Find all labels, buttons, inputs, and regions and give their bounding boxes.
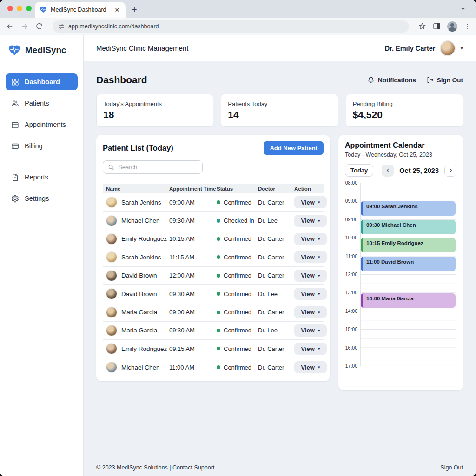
patient-name-cell: Maria Garcia bbox=[106, 325, 169, 336]
patient-search[interactable] bbox=[103, 160, 203, 174]
url-text: app.medisyncclinic.com/dashboard bbox=[68, 23, 159, 30]
signout-button[interactable]: Sign Out bbox=[426, 76, 463, 84]
footer-signout-link[interactable]: Sign Out bbox=[440, 464, 463, 471]
close-window-button[interactable] bbox=[7, 6, 13, 11]
view-dropdown-button[interactable]: View ▾ bbox=[294, 343, 327, 355]
tab-close-icon[interactable]: ✕ bbox=[113, 7, 121, 13]
browser-tab[interactable]: MediSync Dashboard ✕ bbox=[35, 2, 126, 18]
view-dropdown-button[interactable]: View ▾ bbox=[294, 196, 327, 208]
stat-label: Patients Today bbox=[228, 100, 331, 107]
app-logo: MediSync bbox=[6, 44, 78, 57]
doctor-cell: Dr. Carter bbox=[258, 345, 294, 352]
doctor-cell: Dr. Lee bbox=[258, 291, 294, 298]
column-doctor: Doctor bbox=[258, 186, 294, 192]
calendar-event[interactable]: 09:00 Sarah Jenkins bbox=[361, 201, 456, 216]
view-label: View bbox=[301, 272, 315, 279]
view-dropdown-button[interactable]: View ▾ bbox=[294, 215, 327, 227]
view-chevron-down-icon: ▾ bbox=[318, 255, 320, 259]
sidebar-item[interactable]: Dashboard bbox=[6, 73, 78, 90]
sidebar-item-icon bbox=[11, 99, 19, 107]
browser-toolbar: app.medisyncclinic.com/dashboard bbox=[0, 18, 476, 35]
patient-name: Maria Garcia bbox=[121, 309, 157, 316]
brand-name: MediSync bbox=[25, 45, 66, 55]
calendar-prev-button[interactable] bbox=[382, 165, 394, 177]
view-dropdown-button[interactable]: View ▾ bbox=[294, 233, 327, 245]
appointment-time-cell: 10:15 AM bbox=[169, 235, 217, 242]
view-chevron-down-icon: ▾ bbox=[318, 218, 320, 223]
forward-icon[interactable] bbox=[20, 22, 29, 31]
sidebar-item[interactable]: Patients bbox=[6, 95, 78, 112]
user-avatar bbox=[440, 40, 456, 56]
table-row: David Brown 12:00 AM Confirmed Dr. Carte… bbox=[103, 267, 324, 285]
appointment-time-cell: 09:30 AM bbox=[169, 327, 217, 334]
calendar-next-button[interactable] bbox=[444, 165, 456, 177]
view-label: View bbox=[301, 364, 315, 371]
calendar-event[interactable]: 11:00 David Brown bbox=[361, 257, 456, 271]
browser-menu-kebab-icon[interactable] bbox=[464, 23, 470, 30]
calendar-event[interactable]: 10:15 Emily Rodriguez bbox=[361, 238, 456, 252]
sidebar-item-icon bbox=[11, 173, 19, 181]
view-dropdown-button[interactable]: View ▾ bbox=[294, 306, 327, 318]
site-settings-icon[interactable] bbox=[58, 23, 65, 30]
calendar-today-button[interactable]: Today bbox=[345, 164, 373, 177]
maximize-window-button[interactable] bbox=[26, 6, 32, 11]
sidebar-item-label: Patients bbox=[25, 99, 49, 107]
url-bar[interactable]: app.medisyncclinic.com/dashboard bbox=[53, 20, 409, 33]
minimize-window-button[interactable] bbox=[17, 6, 22, 11]
view-dropdown-button[interactable]: View ▾ bbox=[294, 251, 327, 263]
calendar-title: Appointment Calendar bbox=[345, 141, 456, 150]
sidebar-item[interactable]: Reports bbox=[6, 169, 78, 185]
table-row: David Brown 09:30 AM Confirmed Dr. Lee V… bbox=[103, 285, 324, 303]
sidebar-divider bbox=[7, 161, 77, 161]
bookmark-star-icon[interactable] bbox=[418, 22, 426, 30]
new-tab-button[interactable]: + bbox=[132, 6, 137, 14]
patient-avatar bbox=[106, 233, 117, 245]
sidebar-item[interactable]: Settings bbox=[6, 190, 78, 207]
side-panel-icon[interactable] bbox=[433, 22, 441, 30]
patient-name-cell: Sarah Jenkins bbox=[106, 197, 169, 208]
user-menu[interactable]: Dr. Emily Carter ▾ bbox=[385, 40, 463, 56]
table-row: Sarah Jenkins 09:00 AM Confirmed Dr. Car… bbox=[103, 193, 324, 212]
table-row: Michael Chen 11:00 AM Confirmed Dr. Cart… bbox=[103, 358, 324, 377]
patient-name-cell: Sarah Jenkins bbox=[106, 251, 169, 263]
table-row: Emily Rodriguez 09:15 AM Confirmed Dr. C… bbox=[103, 340, 324, 358]
doctor-cell: Dr. Carter bbox=[258, 272, 294, 279]
tab-search-chevron-icon[interactable] bbox=[460, 6, 466, 12]
patient-name-cell: Emily Rodriguez bbox=[106, 343, 169, 354]
reload-icon[interactable] bbox=[35, 22, 43, 30]
patient-name: David Brown bbox=[121, 291, 157, 298]
search-input[interactable] bbox=[118, 164, 198, 171]
page-title: Dashboard bbox=[96, 74, 147, 86]
sidebar-item[interactable]: Appointments bbox=[6, 116, 78, 133]
status-dot bbox=[217, 365, 220, 369]
view-dropdown-button[interactable]: View ▾ bbox=[294, 361, 327, 373]
stat-card: Patients Today 14 bbox=[221, 94, 338, 127]
sidebar: MediSync Dashboard Patients Appointments… bbox=[0, 35, 84, 476]
status-cell: Confirmed bbox=[217, 291, 258, 298]
page-footer: © 2023 MediSync Solutions | Contact Supp… bbox=[96, 464, 463, 471]
patient-name-cell: Maria Garcia bbox=[106, 307, 169, 318]
view-dropdown-button[interactable]: View ▾ bbox=[294, 324, 327, 337]
appointment-time-cell: 09:00 AM bbox=[169, 309, 217, 316]
calendar-event[interactable]: 09:30 Michael Chen bbox=[361, 220, 456, 234]
patient-name: Emily Rodriguez bbox=[121, 345, 167, 352]
browser-window: MediSync Dashboard ✕ + app.medisyncclini… bbox=[0, 0, 476, 476]
view-chevron-down-icon: ▾ bbox=[318, 365, 320, 370]
browser-profile-avatar[interactable] bbox=[447, 21, 457, 32]
calendar-time-labels: 08:00 09:00 09:00 10:00 11:00 12:00 13:0… bbox=[345, 183, 360, 384]
calendar-event[interactable]: 14:00 Maria Garcia bbox=[361, 293, 456, 308]
view-dropdown-button[interactable]: View ▾ bbox=[294, 288, 327, 300]
status-dot bbox=[217, 255, 220, 259]
view-label: View bbox=[301, 199, 315, 206]
stat-cards: Today's Appointments 18 Patients Today 1… bbox=[96, 94, 463, 127]
notifications-button[interactable]: Notifications bbox=[367, 76, 416, 84]
bell-icon bbox=[367, 76, 375, 84]
view-dropdown-button[interactable]: View ▾ bbox=[294, 270, 327, 282]
patient-avatar bbox=[106, 215, 117, 226]
sidebar-item[interactable]: Billing bbox=[6, 138, 78, 154]
sidebar-nav-primary: Dashboard Patients Appointments Billing bbox=[6, 73, 78, 154]
status-text: Confirmed bbox=[224, 327, 251, 334]
calendar-grid: 09:00 Sarah Jenkins 09:30 Michael Chen 1… bbox=[360, 183, 456, 366]
back-icon[interactable] bbox=[6, 22, 14, 31]
add-new-patient-button[interactable]: Add New Patient bbox=[264, 141, 324, 155]
